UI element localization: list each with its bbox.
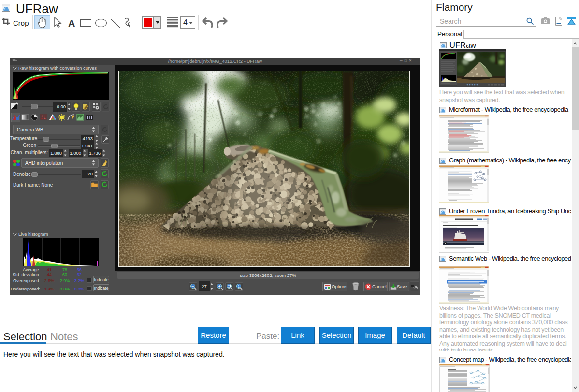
svg-text:1: 1 xyxy=(238,285,240,288)
